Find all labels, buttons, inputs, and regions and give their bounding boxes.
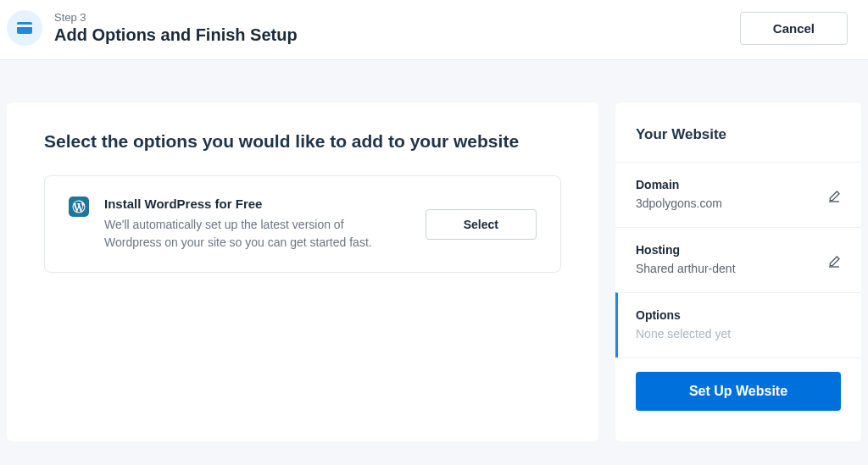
- wordpress-icon: [69, 197, 89, 217]
- option-title: Install WordPress for Free: [104, 197, 410, 211]
- options-label: Options: [636, 308, 841, 322]
- cancel-button[interactable]: Cancel: [740, 12, 848, 45]
- options-heading: Select the options you would like to add…: [44, 131, 561, 152]
- cta-container: Set Up Website: [615, 357, 861, 428]
- domain-label: Domain: [636, 178, 827, 191]
- option-description: We'll automatically set up the latest ve…: [104, 216, 376, 252]
- options-value: None selected yet: [636, 327, 841, 340]
- hosting-label: Hosting: [636, 243, 827, 257]
- hosting-value: Shared arthur-dent: [636, 262, 827, 275]
- content-area: Select the options you would like to add…: [0, 60, 868, 448]
- domain-section: Domain 3dpolygons.com: [615, 162, 861, 227]
- options-panel: Select the options you would like to add…: [7, 102, 598, 441]
- edit-hosting-icon[interactable]: [827, 243, 841, 272]
- step-icon-container: [7, 10, 42, 46]
- edit-domain-icon[interactable]: [827, 178, 841, 207]
- step-label: Step 3: [54, 11, 740, 24]
- wordpress-option-card: Install WordPress for Free We'll automat…: [44, 175, 561, 273]
- select-button[interactable]: Select: [426, 209, 537, 240]
- sidebar-title: Your Website: [615, 102, 861, 162]
- card-icon: [17, 22, 32, 34]
- options-section: Options None selected yet: [615, 292, 861, 357]
- options-info: Options None selected yet: [636, 308, 841, 340]
- wizard-header: Step 3 Add Options and Finish Setup Canc…: [0, 0, 868, 60]
- summary-sidebar: Your Website Domain 3dpolygons.com Hosti…: [615, 102, 861, 441]
- domain-value: 3dpolygons.com: [636, 197, 827, 210]
- domain-info: Domain 3dpolygons.com: [636, 178, 827, 210]
- hosting-section: Hosting Shared arthur-dent: [615, 227, 861, 292]
- option-text: Install WordPress for Free We'll automat…: [104, 197, 410, 252]
- setup-website-button[interactable]: Set Up Website: [636, 372, 841, 411]
- hosting-info: Hosting Shared arthur-dent: [636, 243, 827, 275]
- step-text: Step 3 Add Options and Finish Setup: [54, 11, 740, 45]
- step-title: Add Options and Finish Setup: [54, 25, 740, 45]
